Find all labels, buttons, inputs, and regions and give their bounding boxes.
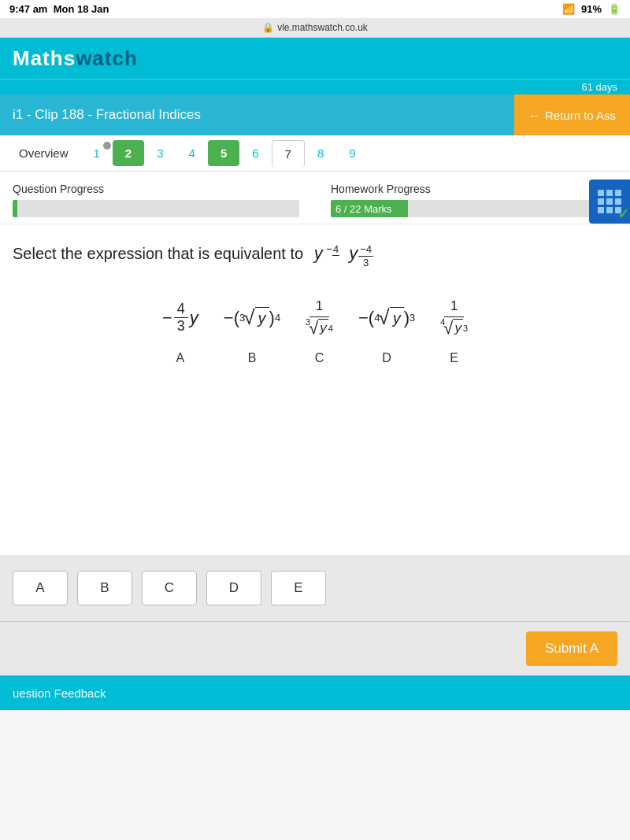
logo-watch: watch: [76, 46, 138, 70]
bottom-bar-text: uestion Feedback: [13, 686, 106, 700]
tab-1[interactable]: 1: [81, 140, 113, 166]
option-b: − ( 3 √ y ) 4 B: [224, 294, 280, 365]
title-bar: i1 - Clip 188 - Fractional Indices ← Ret…: [0, 94, 630, 135]
page-title: i1 - Clip 188 - Fractional Indices: [0, 94, 213, 135]
option-e: 1 4 √ y 3 E: [440, 294, 468, 365]
calc-check-icon: ✓: [617, 205, 629, 223]
battery-icon: 🔋: [608, 3, 621, 15]
status-bar: 9:47 am Mon 18 Jan 📶 91% 🔋: [0, 0, 630, 18]
tab-4[interactable]: 4: [176, 140, 208, 166]
homework-progress: Homework Progress 6 / 22 Marks: [331, 183, 617, 217]
days-bar: 61 days: [0, 79, 630, 94]
days-remaining: 61 days: [581, 81, 617, 93]
tab-7[interactable]: 7: [272, 140, 305, 167]
tab-8[interactable]: 8: [305, 140, 336, 166]
answer-btn-a[interactable]: A: [13, 571, 68, 605]
option-c: 1 3 √ y 4 C: [306, 294, 333, 365]
homework-progress-fill: 6 / 22 Marks: [331, 200, 408, 217]
option-c-label: C: [315, 351, 324, 365]
option-e-expr: 1 4 √ y 3: [440, 294, 468, 342]
browser-bar: 🔒 vle.mathswatch.co.uk: [0, 18, 630, 38]
nav-tabs: Overview 1 2 3 4 5 6 7 8 9: [0, 135, 630, 172]
homework-progress-label: Homework Progress: [331, 183, 617, 195]
tab-2[interactable]: 2: [113, 140, 144, 166]
answer-section: A B C D E: [0, 555, 630, 621]
tab-3[interactable]: 3: [144, 140, 176, 166]
tab-9[interactable]: 9: [336, 140, 368, 166]
question-expression: y −4: [314, 243, 346, 263]
answer-btn-b[interactable]: B: [77, 571, 132, 605]
bubble-indicator: [103, 142, 111, 150]
answer-btn-e[interactable]: E: [271, 571, 326, 605]
option-c-expr: 1 3 √ y 4: [306, 294, 333, 342]
question-progress-label: Question Progress: [13, 183, 299, 195]
answer-btn-d[interactable]: D: [206, 571, 261, 605]
question-math-expr: y −4 3: [349, 243, 373, 263]
option-d-label: D: [382, 351, 391, 365]
lock-icon: 🔒: [262, 22, 274, 33]
question-area: Select the expression that is equivalent…: [0, 224, 630, 555]
return-button[interactable]: ← Return to Ass: [514, 94, 630, 135]
question-progress-bar: [13, 200, 299, 217]
app-logo: Mathswatch: [13, 46, 138, 71]
tab-5[interactable]: 5: [208, 140, 239, 166]
math-options: − 4 3 y A − ( 3 √ y ) 4 B: [13, 294, 617, 365]
option-e-label: E: [450, 351, 458, 365]
app-header: Mathswatch: [0, 38, 630, 79]
tab-6[interactable]: 6: [239, 140, 271, 166]
option-d: − ( 4 √ y ) 3 D: [358, 294, 415, 365]
answer-btn-c[interactable]: C: [142, 571, 197, 605]
option-d-expr: − ( 4 √ y ) 3: [358, 294, 415, 342]
submit-button[interactable]: Submit A: [526, 631, 617, 666]
progress-section: Question Progress Homework Progress 6 / …: [0, 172, 630, 224]
logo-maths: Maths: [13, 46, 76, 70]
url-bar[interactable]: vle.mathswatch.co.uk: [277, 22, 368, 33]
calculator-icon[interactable]: ✓: [589, 179, 630, 224]
question-text: Select the expression that is equivalent…: [13, 243, 617, 269]
option-a-expr: − 4 3 y: [162, 294, 198, 342]
option-b-label: B: [248, 351, 257, 365]
question-progress-fill: [13, 200, 17, 217]
battery-level: 91%: [581, 3, 602, 15]
status-indicators: 📶 91% 🔋: [562, 3, 621, 15]
homework-progress-bar: 6 / 22 Marks: [331, 200, 617, 217]
option-a: − 4 3 y A: [162, 294, 198, 365]
status-time: 9:47 am Mon 18 Jan: [9, 3, 109, 15]
submit-section: Submit A: [0, 621, 630, 675]
tab-overview[interactable]: Overview: [6, 140, 81, 166]
bottom-bar: uestion Feedback: [0, 675, 630, 710]
option-a-label: A: [176, 351, 185, 365]
wifi-icon: 📶: [562, 3, 575, 15]
option-b-expr: − ( 3 √ y ) 4: [224, 294, 280, 342]
question-progress: Question Progress: [13, 183, 299, 217]
